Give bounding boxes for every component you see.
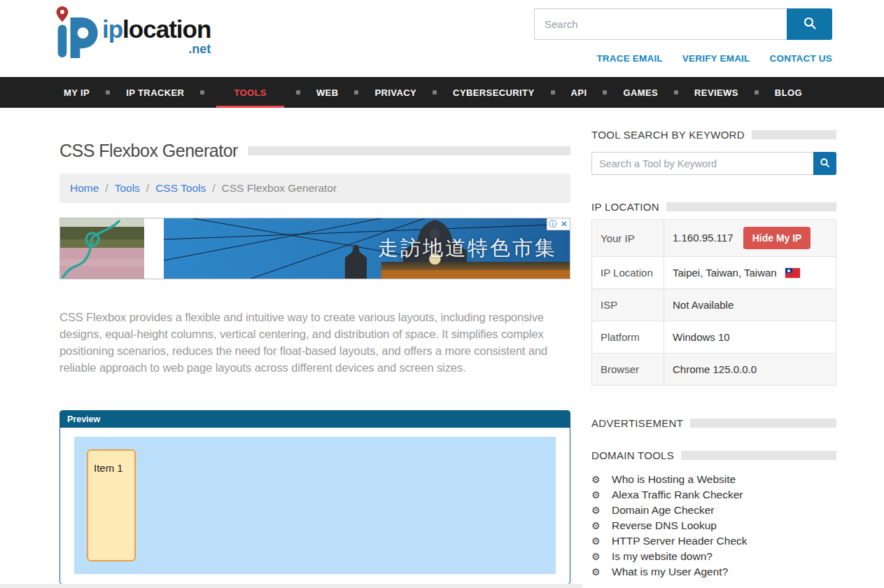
main-nav: MY IP IP TRACKER TOOLS WEB PRIVACY CYBER…: [0, 77, 884, 108]
main-column: CSS Flexbox Generator Home / Tools / CSS…: [59, 129, 570, 584]
contact-us-link[interactable]: CONTACT US: [770, 53, 833, 64]
header-search: [534, 8, 832, 40]
ip-location-heading-row: IP LOCATION: [591, 201, 836, 213]
tool-search-heading-row: TOOL SEARCH BY KEYWORD: [591, 129, 836, 141]
nav-separator: [433, 90, 437, 94]
nav-item-games[interactable]: GAMES: [619, 77, 662, 108]
nav-separator: [106, 90, 110, 94]
nav-item-web[interactable]: WEB: [312, 77, 343, 108]
page-title: CSS Flexbox Generator: [59, 141, 238, 161]
header-search-input[interactable]: [534, 8, 787, 40]
advertisement-heading-row: ADVERTISEMENT: [591, 417, 836, 429]
breadcrumb-tools-link[interactable]: Tools: [115, 182, 140, 195]
platform-value: Windows 10: [664, 321, 836, 354]
gear-icon: ⚙: [591, 520, 603, 531]
content-container: CSS Flexbox Generator Home / Tools / CSS…: [59, 129, 836, 584]
breadcrumb-separator: /: [212, 182, 215, 195]
table-row: IP Location Taipei, Taiwan, Taiwan: [592, 257, 836, 289]
table-row: Browser Chrome 125.0.0.0: [592, 354, 836, 386]
flexbox-preview-item[interactable]: Item 1: [87, 449, 136, 561]
nav-item-my-ip[interactable]: MY IP: [59, 77, 94, 108]
nav-item-privacy[interactable]: PRIVACY: [370, 77, 421, 108]
list-item[interactable]: ⚙ Reverse DNS Lookup: [591, 519, 836, 533]
row-label: Platform: [592, 321, 664, 354]
ad-banner[interactable]: 走訪地道特色市集 ⓘ ✕: [59, 218, 570, 279]
ad-right-image: 走訪地道特色市集: [164, 218, 570, 279]
row-value-cell: 1.160.95.117 Hide My IP: [664, 220, 836, 257]
list-item[interactable]: ⚙ Who is Hosting a Website: [591, 473, 836, 486]
tool-description: CSS Flexbox provides a flexible and intu…: [59, 309, 570, 376]
verify-email-link[interactable]: VERIFY EMAIL: [682, 53, 750, 64]
nav-separator: [551, 90, 555, 94]
search-icon: [803, 16, 817, 32]
nav-separator: [755, 90, 759, 94]
domain-tools-heading: DOMAIN TOOLS: [591, 449, 674, 461]
domain-tool-link[interactable]: What is my User Agent?: [612, 566, 728, 579]
preview-panel: Preview Item 1: [59, 410, 570, 584]
nav-separator: [354, 90, 358, 94]
advertisement-heading: ADVERTISEMENT: [591, 417, 683, 429]
nav-item-api[interactable]: API: [567, 77, 591, 108]
nav-item-cybersecurity[interactable]: CYBERSECURITY: [449, 77, 538, 108]
tool-search-button[interactable]: [813, 152, 836, 175]
domain-tool-link[interactable]: HTTP Server Header Check: [612, 535, 748, 548]
list-item[interactable]: ⚙ Domain Age Checker: [591, 504, 836, 517]
logo-wordmark: iplocation .net: [102, 17, 211, 55]
ad-left-image: [60, 218, 144, 279]
nav-item-blog[interactable]: BLOG: [771, 77, 806, 108]
nav-item-reviews[interactable]: REVIEWS: [690, 77, 743, 108]
nav-separator: [296, 90, 300, 94]
list-item[interactable]: ⚙ HTTP Server Header Check: [591, 535, 836, 548]
ip-location-heading: IP LOCATION: [591, 201, 659, 213]
heading-decor-bar: [752, 130, 836, 139]
heading-decor-bar: [681, 451, 836, 460]
tool-search-heading: TOOL SEARCH BY KEYWORD: [591, 129, 745, 141]
logo-net-text: .net: [102, 43, 211, 55]
breadcrumb-css-tools-link[interactable]: CSS Tools: [155, 182, 206, 195]
list-item[interactable]: ⚙ Is my website down?: [591, 550, 836, 564]
ad-caption-text: 走訪地道特色市集: [378, 234, 557, 262]
breadcrumb: Home / Tools / CSS Tools / CSS Flexbox G…: [59, 174, 570, 203]
breadcrumb-home-link[interactable]: Home: [70, 182, 99, 195]
heading-decor-bar: [690, 419, 836, 428]
site-header: iplocation .net TRACE EMAIL VERIFY EMAIL…: [0, 0, 884, 77]
trace-email-link[interactable]: TRACE EMAIL: [596, 53, 662, 64]
nav-separator: [674, 90, 678, 94]
nav-item-tools[interactable]: TOOLS: [216, 77, 284, 108]
your-ip-value: 1.160.95.117: [673, 232, 733, 244]
list-item[interactable]: ⚙ What is my User Agent?: [591, 566, 836, 579]
ip-location-table: Your IP 1.160.95.117 Hide My IP IP Locat…: [591, 219, 836, 386]
breadcrumb-separator: /: [146, 182, 149, 195]
domain-tool-link[interactable]: Domain Age Checker: [612, 504, 714, 517]
site-logo[interactable]: iplocation .net: [55, 6, 211, 62]
table-row: Your IP 1.160.95.117 Hide My IP: [592, 220, 836, 257]
flexbox-preview-container: Item 1: [74, 437, 556, 574]
header-links: TRACE EMAIL VERIFY EMAIL CONTACT US: [596, 53, 832, 64]
domain-tools-list: ⚙ Who is Hosting a Website ⚙ Alexa Traff…: [591, 473, 836, 579]
tool-search-form: [591, 152, 836, 175]
ad-info-icon[interactable]: ⓘ: [547, 218, 559, 230]
tool-search-input[interactable]: [591, 152, 813, 175]
domain-tool-link[interactable]: Is my website down?: [612, 550, 713, 564]
row-value-cell: Taipei, Taiwan, Taiwan: [664, 257, 836, 289]
domain-tool-link[interactable]: Alexa Traffic Rank Checker: [612, 489, 743, 502]
ad-close-icon[interactable]: ✕: [559, 218, 570, 230]
gear-icon: ⚙: [591, 474, 603, 485]
preview-panel-header: Preview: [60, 411, 570, 428]
browser-value: Chrome 125.0.0.0: [664, 354, 836, 386]
hide-my-ip-button[interactable]: Hide My IP: [743, 227, 811, 249]
domain-tool-link[interactable]: Reverse DNS Lookup: [612, 519, 717, 533]
table-row: ISP Not Available: [592, 289, 836, 321]
heading-decor-bar: [666, 202, 836, 211]
list-item[interactable]: ⚙ Alexa Traffic Rank Checker: [591, 489, 836, 502]
breadcrumb-separator: /: [105, 182, 108, 195]
nav-item-ip-tracker[interactable]: IP TRACKER: [122, 77, 188, 108]
ip-location-value: Taipei, Taiwan, Taiwan: [673, 267, 777, 279]
row-label: IP Location: [592, 257, 664, 289]
preview-panel-body: Item 1: [60, 428, 570, 584]
domain-tool-link[interactable]: Who is Hosting a Website: [612, 473, 736, 486]
header-search-button[interactable]: [787, 8, 832, 40]
search-icon: [820, 158, 830, 170]
gear-icon: ⚙: [591, 551, 603, 562]
row-label: Your IP: [592, 220, 664, 257]
